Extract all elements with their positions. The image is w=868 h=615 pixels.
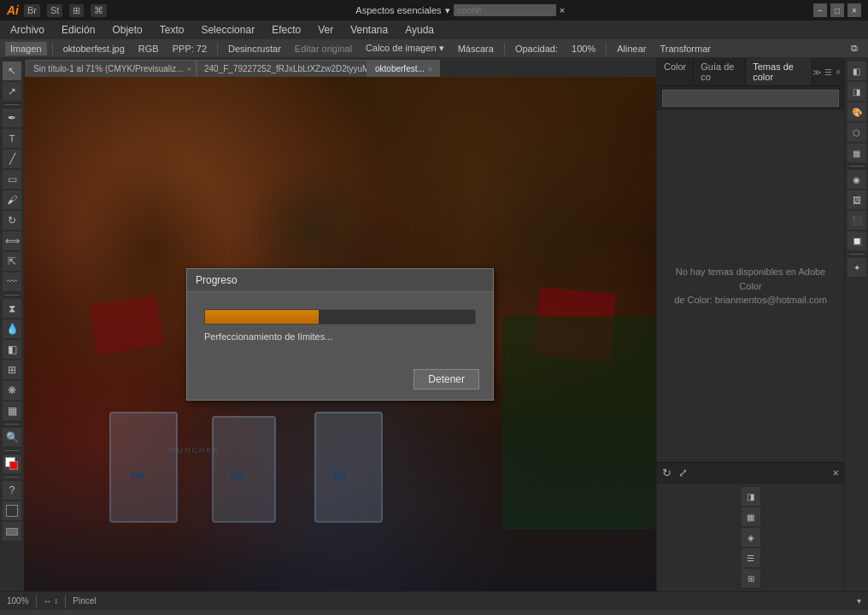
menu-ver[interactable]: Ver	[311, 22, 340, 38]
tool-eyedropper[interactable]: 💧	[3, 319, 21, 338]
right-tool-10[interactable]: ✦	[847, 258, 866, 277]
title-icon-1[interactable]: Br	[24, 4, 40, 17]
status-coords: ↔ ↕	[44, 596, 59, 606]
toolbar-imagen-label: Imagen	[5, 42, 47, 56]
progress-cancel-button[interactable]: Detener	[413, 369, 479, 390]
tool-fill-stroke[interactable]	[3, 454, 21, 473]
doc-tab-2[interactable]: 240_F_79227252_fRJxLbLtXZzw2D2tyyuMl4i58…	[196, 60, 367, 77]
tool-screen-mode[interactable]	[3, 522, 21, 541]
right-tool-1[interactable]: ◧	[847, 62, 866, 80]
tool-blend[interactable]: ⧗	[3, 299, 21, 318]
right-tool-4[interactable]: ⬡	[847, 123, 866, 142]
tool-warp[interactable]: 〰	[3, 272, 21, 291]
restore-button[interactable]: □	[830, 3, 844, 17]
panel-msg-line2: de Color: brianmentos@hotmail.com	[671, 293, 830, 308]
status-zoom[interactable]: 100%	[7, 596, 29, 606]
panel-expand-icon[interactable]: ≫	[812, 67, 821, 77]
tool-symbol-spray[interactable]: ❋	[3, 381, 21, 400]
right-tool-color[interactable]: ◨	[742, 487, 760, 506]
right-sep-2	[849, 254, 865, 255]
toolbar-editar-original[interactable]: Editar original	[290, 42, 357, 56]
title-icon-4[interactable]: ⌘	[91, 4, 107, 17]
toolbar-extra-icon[interactable]: ⧉	[846, 41, 863, 56]
tool-draw-mode[interactable]	[3, 501, 21, 520]
right-tool-7[interactable]: 🖼	[847, 190, 866, 209]
panel-footer: ↻ ⤢ ×	[657, 462, 844, 483]
minimize-button[interactable]: −	[813, 3, 827, 17]
title-search-input[interactable]	[454, 4, 556, 16]
tool-question[interactable]: ?	[3, 481, 21, 500]
panel-refresh-icon[interactable]: ↻	[662, 466, 672, 479]
tool-mesh[interactable]: ⊞	[3, 360, 21, 379]
close-button[interactable]: ×	[847, 3, 861, 17]
title-icon-3[interactable]: ⊞	[69, 4, 84, 17]
menu-archivo[interactable]: Archivo	[3, 22, 51, 38]
doc-tab-1[interactable]: Sin título-1 al 71% (CMYK/Previsualiz...…	[26, 60, 196, 77]
menu-ventana[interactable]: Ventana	[343, 22, 395, 38]
right-tool-layers[interactable]: ☰	[742, 548, 760, 567]
doc-tab-3-close[interactable]: ×	[428, 65, 432, 73]
right-tool-9[interactable]: 🔲	[847, 231, 866, 250]
toolbar-calco[interactable]: Calco de imagen ▾	[361, 41, 449, 56]
right-tool-5[interactable]: ▦	[847, 144, 866, 162]
panel-close-footer-icon[interactable]: ×	[832, 466, 839, 479]
title-dropdown-icon[interactable]: ▾	[445, 5, 450, 16]
menu-ayuda[interactable]: Ayuda	[398, 22, 441, 38]
toolbar-mascara[interactable]: Máscara	[453, 42, 499, 56]
tool-rect[interactable]: ▭	[3, 170, 21, 189]
tool-scale[interactable]: ⇱	[3, 252, 21, 271]
menu-texto[interactable]: Texto	[153, 22, 191, 38]
title-search-clear[interactable]: ×	[560, 5, 565, 15]
panel-tab-color[interactable]: Color	[657, 58, 694, 85]
menu-edicion[interactable]: Edición	[55, 22, 102, 38]
title-icon-2[interactable]: St	[47, 4, 62, 17]
tool-pen[interactable]: ✒	[3, 108, 21, 127]
menu-efecto[interactable]: Efecto	[265, 22, 308, 38]
toolbar-opacidad-value[interactable]: 100%	[566, 42, 601, 56]
toolbar-alinear[interactable]: Alinear	[612, 42, 651, 56]
doc-tab-1-label: Sin título-1 al 71% (CMYK/Previsualiz...	[33, 64, 184, 73]
panel-tab-guia[interactable]: Guía de co	[694, 58, 746, 85]
tool-sep-1	[4, 104, 20, 105]
right-panel: Color Guía de co Temas de color ≫ ☰ × No…	[656, 58, 844, 591]
title-icons: Br St ⊞ ⌘	[24, 4, 107, 17]
doc-tab-3[interactable]: oktoberfest... ×	[367, 60, 440, 77]
right-tool-2[interactable]: ◨	[847, 82, 866, 101]
tool-line[interactable]: ╱	[3, 149, 21, 168]
tool-sep-5	[4, 477, 20, 477]
status-tool-label: Pincel	[73, 596, 96, 606]
panel-search-input[interactable]	[662, 90, 839, 107]
right-tool-brush[interactable]: ◈	[742, 528, 760, 547]
panel-menu-icon[interactable]: ☰	[824, 67, 832, 77]
toolbar-sep-2	[217, 43, 218, 55]
status-bar: 100% ↔ ↕ Pincel ▾	[0, 591, 868, 610]
menu-seleccionar[interactable]: Seleccionar	[194, 22, 261, 38]
tool-select[interactable]: ↖	[3, 62, 21, 80]
progress-dialog: Progreso Perfeccionamiento de límites...…	[186, 268, 494, 401]
right-tool-3[interactable]: 🎨	[847, 102, 866, 121]
tool-direct-select[interactable]: ↗	[3, 82, 21, 101]
tool-gradient[interactable]: ◧	[3, 340, 21, 359]
toolbar-transformar[interactable]: Transformar	[654, 42, 716, 56]
panel-tab-temas[interactable]: Temas de color	[746, 58, 812, 85]
tool-rotate[interactable]: ↻	[3, 211, 21, 230]
panel-content: No hay temas disponibles en Adobe Color …	[657, 110, 844, 462]
tool-reflect[interactable]: ⟺	[3, 231, 21, 250]
tool-zoom[interactable]: 🔍	[3, 428, 21, 447]
right-tool-8[interactable]: ⬛	[847, 211, 866, 230]
doc-tab-1-close[interactable]: ×	[187, 65, 191, 73]
menu-objeto[interactable]: Objeto	[105, 22, 149, 38]
tool-paintbrush[interactable]: 🖌	[3, 190, 21, 209]
tool-column-chart[interactable]: ▦	[3, 401, 21, 420]
tool-sep-4	[4, 450, 20, 451]
toolbar-desincrustar[interactable]: Desincrustar	[223, 42, 286, 56]
right-tool-6[interactable]: ◉	[847, 170, 866, 189]
toolbar-opacidad-label: Opacidad:	[510, 42, 563, 56]
toolbar-filename: oktoberfest.jpg	[58, 42, 130, 56]
right-tool-swatch[interactable]: ▦	[742, 507, 760, 526]
right-tool-graphic[interactable]: ⊞	[742, 569, 760, 588]
tool-type[interactable]: T	[3, 129, 21, 148]
panel-close-icon[interactable]: ×	[836, 67, 841, 77]
doc-tab-3-label: oktoberfest...	[375, 64, 425, 73]
panel-share-icon[interactable]: ⤢	[678, 466, 688, 479]
